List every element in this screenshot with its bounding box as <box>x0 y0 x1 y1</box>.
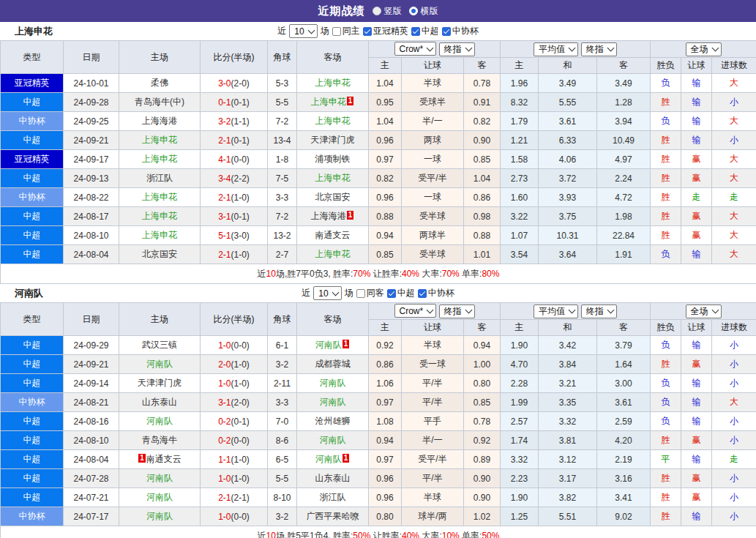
radio-unselected-icon[interactable] <box>373 7 381 15</box>
league-cell: 亚冠精英 <box>1 150 64 169</box>
average-select[interactable]: 平均值 <box>534 42 578 56</box>
score-cell: 5-1(3-0) <box>201 226 268 245</box>
result-handicap-cell: 赢 <box>681 207 712 226</box>
league-filter-label: 中协杯 <box>452 25 479 37</box>
league-cell: 中协杯 <box>1 188 64 207</box>
checkbox-icon[interactable] <box>411 27 420 36</box>
final-odds-select[interactable]: 终指 <box>439 42 475 56</box>
league-filter-checkbox[interactable]: 中协杯 <box>418 287 454 299</box>
odds-source-select[interactable]: Crow* <box>394 42 437 56</box>
score-cell: 1-1(1-0) <box>201 450 268 469</box>
team-name: 浙江队 <box>320 492 346 502</box>
full-group-header: 全场 <box>651 303 756 320</box>
checkbox-icon[interactable] <box>418 289 427 298</box>
radio-selected-icon[interactable] <box>409 7 418 15</box>
league-filter-checkbox[interactable]: 亚冠精英 <box>363 25 408 37</box>
avg-away-cell: 3.00 <box>597 374 651 393</box>
games-count-select[interactable]: 10 <box>289 24 317 38</box>
league-cell: 中超 <box>1 169 64 188</box>
result-goals-cell: 大 <box>712 207 756 226</box>
checkbox-icon[interactable] <box>363 27 372 36</box>
result-goals-cell: 大 <box>712 245 756 264</box>
date-cell: 24-08-10 <box>64 226 119 245</box>
home-team-cell: 河南队 <box>119 355 201 374</box>
final-avg-select[interactable]: 终指 <box>581 42 617 56</box>
avg-home-cell: 4.70 <box>501 355 539 374</box>
result-goals-cell: 大 <box>712 226 756 245</box>
subcol-goals: 进球数 <box>712 58 756 74</box>
fulltime-score: 3-1 <box>218 397 231 408</box>
home-team-cell: 山东泰山 <box>119 393 201 412</box>
odds-handicap-cell: 一球 <box>402 150 464 169</box>
home-team-cell: 浙江队 <box>119 169 201 188</box>
summary-segment: 70% <box>353 269 370 279</box>
col-type: 类型 <box>1 303 64 336</box>
team-name: 青岛海牛(中) <box>135 97 184 107</box>
final-odds-select[interactable]: 终指 <box>439 305 475 318</box>
date-cell: 24-08-22 <box>64 188 119 207</box>
result-handicap-cell: 输 <box>681 245 712 264</box>
league-cell: 中协杯 <box>1 393 64 412</box>
odds-away-cell: 0.78 <box>464 74 501 93</box>
avg-draw-cell: 3.82 <box>539 488 597 507</box>
score-cell: 1-0(0-0) <box>201 336 268 355</box>
games-count-select[interactable]: 10 <box>313 286 341 300</box>
away-team-cell: 上海申花1 <box>297 93 369 112</box>
final-avg-select[interactable]: 终指 <box>581 305 617 318</box>
date-cell: 24-09-17 <box>64 150 119 169</box>
same-venue-checkbox[interactable]: 同客 <box>356 287 384 299</box>
col-away: 客场 <box>297 41 369 74</box>
checkbox-icon[interactable] <box>387 289 396 298</box>
score-cell: 0-1(0-1) <box>201 93 268 112</box>
match-row: 中超24-08-10青岛海牛0-2(0-0)8-6河南队0.94半/一0.921… <box>1 431 756 450</box>
odds-home-cell: 0.94 <box>369 431 402 450</box>
result-winloss-cell: 胜 <box>651 93 681 112</box>
subcol-home: 主 <box>369 58 402 74</box>
full-match-select[interactable]: 全场 <box>686 305 722 318</box>
away-team-cell: 上海申花 <box>297 112 369 131</box>
odds-handicap-cell: 一球 <box>402 188 464 207</box>
odds-handicap-cell: 两球半 <box>402 226 464 245</box>
team-name: 河南队 <box>315 340 342 350</box>
red-card-badge: 1 <box>343 340 350 348</box>
odds-group-header: Crow* 终指 <box>369 41 501 58</box>
league-filter-checkbox[interactable]: 中超 <box>387 287 415 299</box>
league-filter-checkbox[interactable]: 中超 <box>411 25 439 37</box>
subcol-avg-away: 客 <box>597 320 651 336</box>
score-cell: 2-0(1-0) <box>201 355 268 374</box>
odds-away-cell: 0.88 <box>464 226 501 245</box>
odds-group-header: Crow* 终指 <box>369 303 501 320</box>
radio-horizontal-label: 横版 <box>421 5 438 18</box>
result-winloss-cell: 胜 <box>651 169 681 188</box>
result-handicap-cell: 输 <box>681 412 712 431</box>
radio-vertical[interactable]: 竖版 <box>373 5 402 18</box>
odds-away-cell: 0.85 <box>464 393 501 412</box>
result-winloss-cell: 胜 <box>651 207 681 226</box>
odds-handicap-cell: 受平/半 <box>402 450 464 469</box>
avg-draw-cell: 3.35 <box>539 393 597 412</box>
same-venue-checkbox[interactable]: 同主 <box>332 25 360 37</box>
home-team-cell: 青岛海牛(中) <box>119 93 201 112</box>
score-cell: 3-1(2-0) <box>201 393 268 412</box>
full-match-select[interactable]: 全场 <box>686 42 722 56</box>
team-name: 上海申花 <box>315 116 351 126</box>
radio-horizontal[interactable]: 横版 <box>409 5 438 18</box>
league-filter-checkbox[interactable]: 中协杯 <box>442 25 479 37</box>
summary-segment: 70% <box>442 269 460 279</box>
odds-source-select[interactable]: Crow* <box>394 304 437 318</box>
score-cell: 4-1(0-0) <box>201 150 268 169</box>
league-cell: 中超 <box>1 488 64 507</box>
team-name: 南通支云 <box>315 230 351 240</box>
date-cell: 24-08-04 <box>64 245 119 264</box>
league-cell: 中超 <box>1 355 64 374</box>
checkbox-icon[interactable] <box>442 27 451 36</box>
average-select[interactable]: 平均值 <box>534 305 578 318</box>
team-name: 上海海港 <box>311 211 346 221</box>
team-name: 上海申花 <box>142 211 177 221</box>
checkbox-icon[interactable] <box>332 27 341 36</box>
score-cell: 3-1(0-1) <box>201 207 268 226</box>
avg-home-cell: 1.58 <box>501 150 539 169</box>
odds-handicap-cell: 受半球 <box>402 207 464 226</box>
checkbox-icon[interactable] <box>356 289 365 298</box>
avg-home-cell: 1.60 <box>501 188 539 207</box>
